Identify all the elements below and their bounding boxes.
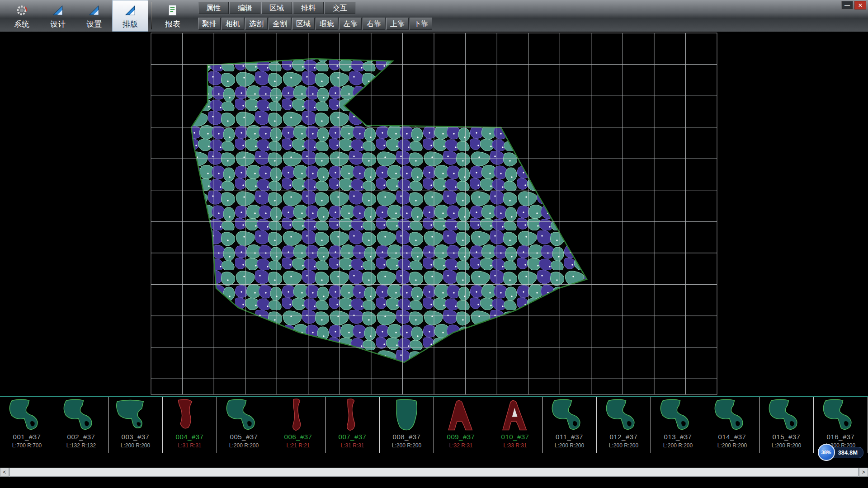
piece-id-label: 003_#37 [122, 433, 150, 441]
piece-shape [762, 398, 811, 432]
menu-properties[interactable]: 属性 [198, 2, 229, 14]
tool-cut-all[interactable]: 全割 [269, 18, 291, 30]
piece-id-label: 010_#37 [501, 433, 529, 441]
system-gear-icon [15, 2, 28, 19]
piece-id-label: 007_#37 [339, 433, 367, 441]
nav-system-label: 系统 [14, 19, 29, 29]
piece-shape [57, 398, 106, 432]
nav-report-label: 报表 [165, 19, 180, 29]
tool-row: 聚排 相机 选割 全割 区域 瑕疵 左靠 右靠 上靠 下靠 [198, 16, 868, 32]
nav-button-group: 系统 设计 设置 排版 [0, 0, 191, 32]
piece-thumbnail[interactable]: 002_#37 L:132 R:132 [54, 397, 108, 453]
toolbar: 系统 设计 设置 排版 [0, 0, 868, 32]
piece-lr-label: L:200 R:200 [392, 442, 421, 449]
nesting-app-window: 系统 设计 设置 排版 [0, 0, 868, 488]
piece-shape [382, 398, 432, 432]
close-button[interactable]: ✕ [854, 1, 866, 9]
piece-shape [491, 398, 540, 432]
piece-lr-label: L:700 R:700 [12, 442, 42, 449]
tool-align-right[interactable]: 右靠 [363, 18, 385, 30]
piece-id-label: 013_#37 [664, 433, 692, 441]
piece-thumbnail[interactable]: 011_#37 L:200 R:200 [542, 397, 597, 453]
piece-thumbnail[interactable]: 008_#37 L:200 R:200 [380, 397, 434, 453]
progress-percent: 38% [821, 450, 831, 455]
piece-shape [2, 398, 52, 432]
piece-lr-label: L:200 R:200 [663, 442, 693, 449]
nesting-canvas[interactable] [0, 32, 868, 396]
tool-camera[interactable]: 相机 [222, 18, 244, 30]
nav-report-button[interactable]: 报表 [155, 0, 191, 32]
nav-settings-button[interactable]: 设置 [76, 0, 112, 32]
piece-shape [816, 398, 866, 432]
minimize-button[interactable]: — [841, 1, 853, 9]
window-controls: — ✕ [841, 1, 866, 9]
menu-nesting[interactable]: 排料 [293, 2, 324, 14]
piece-thumbnail[interactable]: 007_#37 L:31 R:31 [326, 397, 380, 453]
piece-id-label: 014_#37 [718, 433, 746, 441]
piece-thumbnail[interactable]: 001_#37 L:700 R:700 [0, 397, 54, 453]
piece-thumbnail[interactable]: 015_#37 L:200 R:200 [760, 397, 814, 453]
nav-settings-label: 设置 [86, 19, 102, 29]
piece-thumbnail[interactable]: 005_#37 L:200 R:200 [217, 397, 271, 453]
tool-align-left[interactable]: 左靠 [339, 18, 362, 30]
hide-nest-view [0, 32, 868, 396]
piece-id-label: 004_#37 [176, 433, 204, 441]
piece-shape [545, 398, 594, 432]
progress-circle[interactable]: 38% [818, 444, 835, 461]
tool-defect[interactable]: 瑕疵 [316, 18, 338, 30]
piece-thumbnail[interactable]: 012_#37 L:200 R:200 [597, 397, 651, 453]
leather-hide-shape[interactable] [191, 59, 587, 362]
piece-shape [708, 398, 757, 432]
nav-design-button[interactable]: 设计 [40, 0, 76, 32]
horizontal-scrollbar[interactable]: < > [0, 468, 868, 477]
nav-nesting-button[interactable]: 排版 [112, 0, 148, 32]
piece-shape [274, 398, 323, 432]
piece-thumbnail[interactable]: 003_#37 L:200 R:200 [108, 397, 163, 453]
scroll-left-arrow[interactable]: < [0, 468, 9, 477]
tool-cluster-nest[interactable]: 聚排 [198, 18, 221, 30]
tool-align-top[interactable]: 上靠 [386, 18, 409, 30]
menu-region[interactable]: 区域 [261, 2, 292, 14]
memory-value: 384.8M [838, 449, 858, 456]
report-document-icon [166, 2, 179, 19]
piece-id-label: 002_#37 [67, 433, 95, 441]
tool-align-bottom[interactable]: 下靠 [410, 18, 432, 30]
scrollbar-thumb[interactable] [9, 468, 859, 477]
piece-thumbnail[interactable]: 004_#37 L:31 R:31 [163, 397, 217, 453]
piece-lr-label: L:200 R:200 [121, 442, 150, 449]
piece-thumbnail[interactable]: 009_#37 L:32 R:31 [434, 397, 488, 453]
nav-design-label: 设计 [50, 19, 66, 29]
piece-lr-label: L:132 R:132 [66, 442, 96, 449]
piece-shape [653, 398, 703, 432]
piece-id-label: 008_#37 [393, 433, 421, 441]
nav-nesting-label: 排版 [123, 19, 138, 29]
tool-region[interactable]: 区域 [292, 18, 315, 30]
design-triangle-icon [52, 2, 64, 19]
piece-shape [219, 398, 269, 432]
piece-lr-label: L:200 R:200 [772, 442, 801, 449]
piece-shape [165, 398, 215, 432]
piece-thumbnail-strip: 001_#37 L:700 R:700 002_#37 L:132 R:132 … [0, 396, 868, 453]
piece-shape [436, 398, 486, 432]
tool-select-cut[interactable]: 选割 [245, 18, 268, 30]
piece-lr-label: L:21 R:21 [286, 442, 310, 449]
piece-thumbnail[interactable]: 014_#37 L:200 R:200 [705, 397, 760, 453]
piece-thumbnail[interactable]: 013_#37 L:200 R:200 [651, 397, 705, 453]
menu-interaction[interactable]: 交互 [325, 2, 355, 14]
piece-lr-label: L:32 R:31 [449, 442, 472, 449]
piece-lr-label: L:200 R:200 [555, 442, 584, 449]
piece-id-label: 005_#37 [230, 433, 258, 441]
menu-row: 属性 编辑 区域 排料 交互 [198, 0, 868, 16]
settings-triangle-icon [88, 2, 100, 19]
menu-edit[interactable]: 编辑 [230, 2, 260, 14]
piece-id-label: 015_#37 [773, 433, 801, 441]
piece-shape [111, 398, 160, 432]
piece-thumbnail[interactable]: 010_#37 L:33 R:31 [488, 397, 542, 453]
piece-shape [599, 398, 649, 432]
nav-system-button[interactable]: 系统 [4, 0, 40, 32]
piece-thumbnail[interactable]: 006_#37 L:21 R:21 [271, 397, 326, 453]
piece-id-label: 016_#37 [827, 433, 855, 441]
piece-id-label: 009_#37 [447, 433, 475, 441]
scroll-right-arrow[interactable]: > [859, 468, 868, 477]
piece-id-label: 006_#37 [284, 433, 312, 441]
